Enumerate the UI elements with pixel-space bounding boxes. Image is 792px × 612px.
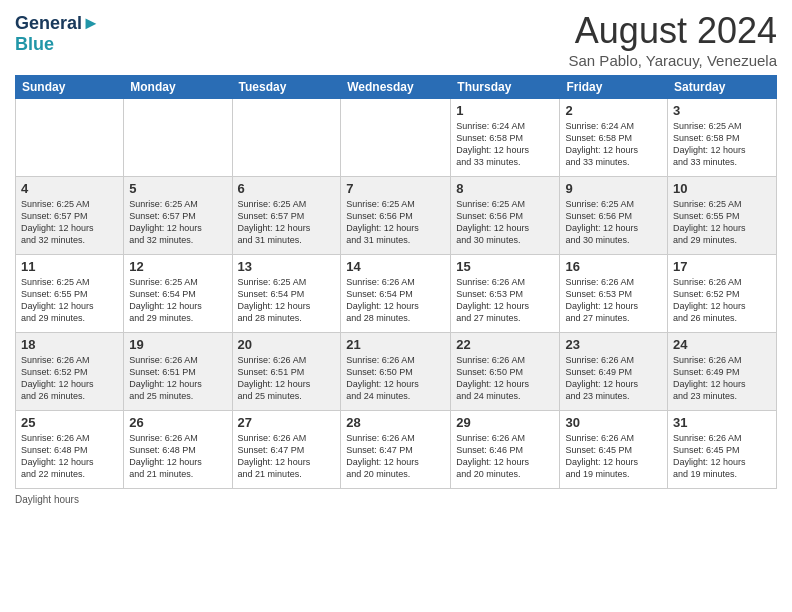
- day-number: 23: [565, 337, 662, 352]
- calendar-week-row: 18Sunrise: 6:26 AM Sunset: 6:52 PM Dayli…: [16, 333, 777, 411]
- day-number: 15: [456, 259, 554, 274]
- calendar-cell: 18Sunrise: 6:26 AM Sunset: 6:52 PM Dayli…: [16, 333, 124, 411]
- calendar-cell: 5Sunrise: 6:25 AM Sunset: 6:57 PM Daylig…: [124, 177, 232, 255]
- calendar-cell: 6Sunrise: 6:25 AM Sunset: 6:57 PM Daylig…: [232, 177, 341, 255]
- cell-info: Sunrise: 6:25 AM Sunset: 6:55 PM Dayligh…: [673, 198, 771, 247]
- cell-info: Sunrise: 6:25 AM Sunset: 6:56 PM Dayligh…: [346, 198, 445, 247]
- day-number: 30: [565, 415, 662, 430]
- cell-info: Sunrise: 6:25 AM Sunset: 6:55 PM Dayligh…: [21, 276, 118, 325]
- calendar-cell: 25Sunrise: 6:26 AM Sunset: 6:48 PM Dayli…: [16, 411, 124, 489]
- cell-info: Sunrise: 6:26 AM Sunset: 6:49 PM Dayligh…: [673, 354, 771, 403]
- cell-info: Sunrise: 6:26 AM Sunset: 6:48 PM Dayligh…: [129, 432, 226, 481]
- day-number: 21: [346, 337, 445, 352]
- calendar-day-header: Thursday: [451, 76, 560, 99]
- cell-info: Sunrise: 6:26 AM Sunset: 6:48 PM Dayligh…: [21, 432, 118, 481]
- logo-blue: Blue: [15, 34, 100, 55]
- day-number: 22: [456, 337, 554, 352]
- calendar-cell: [124, 99, 232, 177]
- calendar-cell: 10Sunrise: 6:25 AM Sunset: 6:55 PM Dayli…: [668, 177, 777, 255]
- calendar-cell: 23Sunrise: 6:26 AM Sunset: 6:49 PM Dayli…: [560, 333, 668, 411]
- calendar-week-row: 4Sunrise: 6:25 AM Sunset: 6:57 PM Daylig…: [16, 177, 777, 255]
- calendar-cell: 19Sunrise: 6:26 AM Sunset: 6:51 PM Dayli…: [124, 333, 232, 411]
- calendar-day-header: Friday: [560, 76, 668, 99]
- calendar-cell: 20Sunrise: 6:26 AM Sunset: 6:51 PM Dayli…: [232, 333, 341, 411]
- day-number: 16: [565, 259, 662, 274]
- day-number: 24: [673, 337, 771, 352]
- cell-info: Sunrise: 6:26 AM Sunset: 6:45 PM Dayligh…: [565, 432, 662, 481]
- day-number: 20: [238, 337, 336, 352]
- day-number: 8: [456, 181, 554, 196]
- day-number: 25: [21, 415, 118, 430]
- calendar-cell: 16Sunrise: 6:26 AM Sunset: 6:53 PM Dayli…: [560, 255, 668, 333]
- calendar-day-header: Monday: [124, 76, 232, 99]
- calendar-cell: 29Sunrise: 6:26 AM Sunset: 6:46 PM Dayli…: [451, 411, 560, 489]
- calendar-cell: 12Sunrise: 6:25 AM Sunset: 6:54 PM Dayli…: [124, 255, 232, 333]
- title-block: August 2024 San Pablo, Yaracuy, Venezuel…: [569, 10, 777, 69]
- day-number: 6: [238, 181, 336, 196]
- calendar-cell: [232, 99, 341, 177]
- cell-info: Sunrise: 6:26 AM Sunset: 6:51 PM Dayligh…: [238, 354, 336, 403]
- daylight-label: Daylight hours: [15, 494, 79, 505]
- month-year: August 2024: [569, 10, 777, 52]
- calendar-cell: 27Sunrise: 6:26 AM Sunset: 6:47 PM Dayli…: [232, 411, 341, 489]
- logo: General► Blue: [15, 14, 100, 55]
- calendar-day-header: Tuesday: [232, 76, 341, 99]
- day-number: 13: [238, 259, 336, 274]
- day-number: 19: [129, 337, 226, 352]
- cell-info: Sunrise: 6:25 AM Sunset: 6:57 PM Dayligh…: [21, 198, 118, 247]
- cell-info: Sunrise: 6:26 AM Sunset: 6:50 PM Dayligh…: [346, 354, 445, 403]
- day-number: 31: [673, 415, 771, 430]
- calendar-cell: 7Sunrise: 6:25 AM Sunset: 6:56 PM Daylig…: [341, 177, 451, 255]
- calendar-cell: 8Sunrise: 6:25 AM Sunset: 6:56 PM Daylig…: [451, 177, 560, 255]
- page-container: General► Blue August 2024 San Pablo, Yar…: [0, 0, 792, 515]
- calendar-day-header: Sunday: [16, 76, 124, 99]
- day-number: 1: [456, 103, 554, 118]
- calendar-cell: 30Sunrise: 6:26 AM Sunset: 6:45 PM Dayli…: [560, 411, 668, 489]
- calendar-cell: 24Sunrise: 6:26 AM Sunset: 6:49 PM Dayli…: [668, 333, 777, 411]
- calendar-cell: 15Sunrise: 6:26 AM Sunset: 6:53 PM Dayli…: [451, 255, 560, 333]
- day-number: 26: [129, 415, 226, 430]
- location: San Pablo, Yaracuy, Venezuela: [569, 52, 777, 69]
- cell-info: Sunrise: 6:26 AM Sunset: 6:46 PM Dayligh…: [456, 432, 554, 481]
- calendar-cell: 28Sunrise: 6:26 AM Sunset: 6:47 PM Dayli…: [341, 411, 451, 489]
- day-number: 12: [129, 259, 226, 274]
- cell-info: Sunrise: 6:25 AM Sunset: 6:57 PM Dayligh…: [129, 198, 226, 247]
- calendar-cell: 26Sunrise: 6:26 AM Sunset: 6:48 PM Dayli…: [124, 411, 232, 489]
- cell-info: Sunrise: 6:26 AM Sunset: 6:47 PM Dayligh…: [346, 432, 445, 481]
- day-number: 18: [21, 337, 118, 352]
- cell-info: Sunrise: 6:25 AM Sunset: 6:54 PM Dayligh…: [238, 276, 336, 325]
- day-number: 27: [238, 415, 336, 430]
- calendar-cell: 2Sunrise: 6:24 AM Sunset: 6:58 PM Daylig…: [560, 99, 668, 177]
- header: General► Blue August 2024 San Pablo, Yar…: [15, 10, 777, 69]
- cell-info: Sunrise: 6:26 AM Sunset: 6:50 PM Dayligh…: [456, 354, 554, 403]
- calendar-cell: 14Sunrise: 6:26 AM Sunset: 6:54 PM Dayli…: [341, 255, 451, 333]
- day-number: 17: [673, 259, 771, 274]
- calendar-cell: 9Sunrise: 6:25 AM Sunset: 6:56 PM Daylig…: [560, 177, 668, 255]
- day-number: 28: [346, 415, 445, 430]
- cell-info: Sunrise: 6:25 AM Sunset: 6:54 PM Dayligh…: [129, 276, 226, 325]
- calendar-week-row: 11Sunrise: 6:25 AM Sunset: 6:55 PM Dayli…: [16, 255, 777, 333]
- calendar-cell: 31Sunrise: 6:26 AM Sunset: 6:45 PM Dayli…: [668, 411, 777, 489]
- day-number: 11: [21, 259, 118, 274]
- day-number: 10: [673, 181, 771, 196]
- cell-info: Sunrise: 6:24 AM Sunset: 6:58 PM Dayligh…: [456, 120, 554, 169]
- cell-info: Sunrise: 6:26 AM Sunset: 6:47 PM Dayligh…: [238, 432, 336, 481]
- calendar-cell: [341, 99, 451, 177]
- cell-info: Sunrise: 6:26 AM Sunset: 6:45 PM Dayligh…: [673, 432, 771, 481]
- cell-info: Sunrise: 6:26 AM Sunset: 6:52 PM Dayligh…: [21, 354, 118, 403]
- day-number: 3: [673, 103, 771, 118]
- calendar-week-row: 1Sunrise: 6:24 AM Sunset: 6:58 PM Daylig…: [16, 99, 777, 177]
- cell-info: Sunrise: 6:26 AM Sunset: 6:53 PM Dayligh…: [456, 276, 554, 325]
- calendar-day-header: Wednesday: [341, 76, 451, 99]
- calendar-day-header: Saturday: [668, 76, 777, 99]
- day-number: 7: [346, 181, 445, 196]
- cell-info: Sunrise: 6:25 AM Sunset: 6:58 PM Dayligh…: [673, 120, 771, 169]
- cell-info: Sunrise: 6:26 AM Sunset: 6:53 PM Dayligh…: [565, 276, 662, 325]
- calendar-cell: 1Sunrise: 6:24 AM Sunset: 6:58 PM Daylig…: [451, 99, 560, 177]
- calendar-cell: 3Sunrise: 6:25 AM Sunset: 6:58 PM Daylig…: [668, 99, 777, 177]
- calendar-header-row: SundayMondayTuesdayWednesdayThursdayFrid…: [16, 76, 777, 99]
- day-number: 29: [456, 415, 554, 430]
- calendar-cell: 22Sunrise: 6:26 AM Sunset: 6:50 PM Dayli…: [451, 333, 560, 411]
- cell-info: Sunrise: 6:26 AM Sunset: 6:52 PM Dayligh…: [673, 276, 771, 325]
- cell-info: Sunrise: 6:25 AM Sunset: 6:57 PM Dayligh…: [238, 198, 336, 247]
